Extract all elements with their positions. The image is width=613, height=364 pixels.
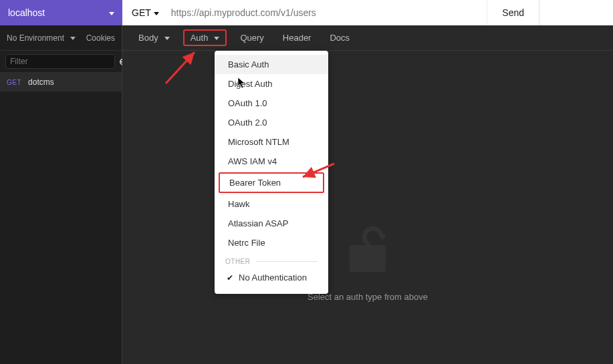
filter-row: ⊕ (0, 51, 122, 73)
request-url-input[interactable] (168, 0, 487, 25)
auth-option-label: Digest Auth (228, 79, 273, 89)
sidebar-request-item[interactable]: GET dotcms (0, 73, 122, 92)
auth-option-netrc[interactable]: Netrc File (215, 233, 328, 252)
workspace-selector[interactable]: localhost (0, 0, 122, 25)
http-method-label: GET (132, 7, 151, 18)
environment-select[interactable]: No Environment (7, 33, 76, 43)
tab-auth-label: Auth (191, 33, 209, 43)
auth-option-aws[interactable]: AWS IAM v4 (215, 152, 328, 171)
tab-docs[interactable]: Docs (324, 30, 355, 45)
tab-auth[interactable]: Auth (183, 29, 227, 46)
auth-option-oauth1[interactable]: OAuth 1.0 (215, 94, 328, 113)
http-method-select[interactable]: GET (122, 0, 168, 25)
sidebar: No Environment Cookies ⊕ GET dotcms (0, 25, 122, 364)
request-name: dotcms (28, 77, 54, 87)
main-area: Body Auth Query Header Docs Select an au… (122, 25, 613, 364)
auth-option-asap[interactable]: Atlassian ASAP (215, 214, 328, 233)
tab-header[interactable]: Header (277, 30, 317, 45)
auth-option-bearer[interactable]: Bearer Token (219, 172, 324, 193)
chevron-down-icon (68, 33, 76, 43)
request-bar: GET Send (122, 0, 613, 25)
auth-option-ntlm[interactable]: Microsoft NTLM (215, 132, 328, 152)
tab-header-label: Header (283, 33, 312, 43)
workspace-name: localhost (8, 7, 45, 18)
response-pane-placeholder (539, 0, 613, 25)
divider (256, 261, 318, 262)
auth-option-hawk[interactable]: Hawk (215, 194, 328, 214)
environment-label: No Environment (7, 33, 64, 43)
auth-menu-divider: OTHER (215, 252, 328, 268)
send-label: Send (502, 7, 524, 18)
auth-option-label: Microsoft NTLM (228, 137, 289, 147)
chevron-down-icon (106, 7, 114, 18)
send-button[interactable]: Send (487, 0, 539, 25)
auth-option-label: Bearer Token (229, 178, 281, 188)
chevron-down-icon (151, 7, 159, 18)
tab-query-label: Query (240, 33, 263, 43)
auth-option-label: Atlassian ASAP (228, 218, 288, 228)
check-icon: ✔ (227, 273, 233, 283)
auth-option-basic[interactable]: Basic Auth (215, 55, 328, 74)
cookies-label: Cookies (86, 33, 115, 43)
chevron-down-icon (211, 33, 219, 43)
auth-empty-state: Select an auth type from above (122, 51, 613, 364)
auth-option-label: No Authentication (239, 272, 307, 283)
auth-option-label: OAuth 1.0 (228, 98, 267, 108)
request-tabs: Body Auth Query Header Docs (122, 25, 613, 51)
auth-option-label: Hawk (228, 199, 250, 209)
tab-docs-label: Docs (330, 33, 350, 43)
auth-option-label: OAuth 2.0 (228, 118, 267, 128)
auth-option-label: Netrc File (228, 238, 265, 248)
cookies-button[interactable]: Cookies (86, 33, 115, 43)
environment-row: No Environment Cookies (0, 25, 122, 51)
auth-option-label: Basic Auth (228, 59, 269, 69)
unlock-icon (350, 226, 386, 272)
auth-option-oauth2[interactable]: OAuth 2.0 (215, 113, 328, 132)
auth-type-menu: Basic Auth Digest Auth OAuth 1.0 OAuth 2… (215, 51, 328, 294)
request-method-badge: GET (7, 79, 21, 86)
auth-option-digest[interactable]: Digest Auth (215, 74, 328, 94)
auth-option-none[interactable]: ✔ No Authentication (215, 268, 328, 287)
auth-option-label: AWS IAM v4 (228, 156, 277, 166)
chevron-down-icon (162, 33, 170, 43)
tab-body-label: Body (138, 33, 158, 43)
auth-other-label: OTHER (225, 258, 251, 265)
tab-query[interactable]: Query (235, 30, 269, 45)
filter-input[interactable] (5, 54, 115, 69)
tab-body[interactable]: Body (133, 30, 175, 45)
